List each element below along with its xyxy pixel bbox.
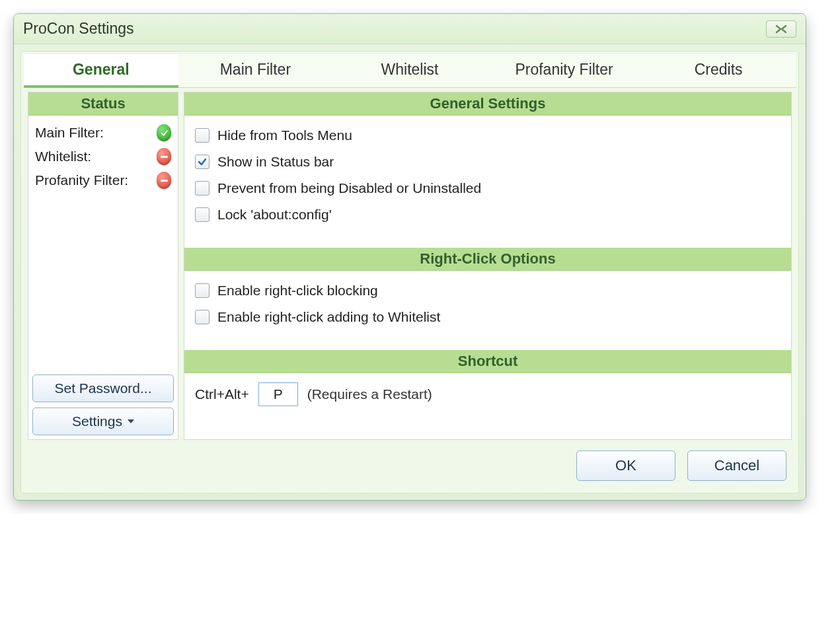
- option-hide-tools-menu: Hide from Tools Menu: [195, 122, 781, 149]
- status-ok-icon: [157, 124, 171, 141]
- tab-bar: General Main Filter Whitelist Profanity …: [24, 54, 796, 88]
- section-general: General Settings Hide from Tools Menu Sh…: [184, 92, 791, 248]
- checkbox[interactable]: [195, 283, 210, 298]
- set-password-button[interactable]: Set Password...: [32, 375, 174, 402]
- sidebar-buttons: Set Password... Settings: [28, 371, 178, 439]
- tab-main-filter[interactable]: Main Filter: [178, 54, 333, 88]
- option-label: Prevent from being Disabled or Uninstall…: [217, 180, 481, 196]
- checkbox[interactable]: [195, 207, 210, 222]
- tab-whitelist[interactable]: Whitelist: [332, 54, 487, 88]
- shortcut-key-input[interactable]: [258, 382, 298, 406]
- section-rightclick: Right-Click Options Enable right-click b…: [184, 248, 791, 350]
- settings-dropdown-button[interactable]: Settings: [32, 408, 174, 435]
- status-row-main-filter: Main Filter:: [34, 121, 172, 145]
- content-body: Status Main Filter: Whitelist: Profanity…: [24, 88, 796, 440]
- status-header: Status: [28, 92, 178, 116]
- status-label: Profanity Filter:: [35, 172, 128, 188]
- checkbox[interactable]: [195, 155, 210, 169]
- inner-panel: General Main Filter Whitelist Profanity …: [20, 51, 799, 493]
- status-list: Main Filter: Whitelist: Profanity Filter…: [28, 116, 178, 197]
- checkbox[interactable]: [195, 128, 210, 143]
- section-header: Right-Click Options: [184, 248, 791, 271]
- tab-general[interactable]: General: [24, 54, 178, 88]
- sidebar: Status Main Filter: Whitelist: Profanity…: [28, 92, 178, 440]
- tab-profanity-filter[interactable]: Profanity Filter: [487, 54, 642, 88]
- option-label: Show in Status bar: [217, 154, 334, 170]
- checkbox[interactable]: [195, 310, 210, 324]
- option-rc-blocking: Enable right-click blocking: [195, 277, 781, 304]
- status-row-profanity-filter: Profanity Filter:: [34, 168, 172, 192]
- shortcut-prefix: Ctrl+Alt+: [195, 386, 249, 402]
- button-label: Cancel: [714, 457, 759, 474]
- option-label: Hide from Tools Menu: [217, 127, 352, 143]
- titlebar: ProCon Settings: [14, 14, 806, 44]
- status-label: Whitelist:: [35, 149, 91, 164]
- tab-credits[interactable]: Credits: [641, 54, 796, 88]
- option-label: Enable right-click blocking: [217, 283, 378, 299]
- dialog-footer: OK Cancel: [24, 440, 796, 486]
- chevron-down-icon: [128, 419, 134, 423]
- section-body: Hide from Tools Menu Show in Status bar …: [184, 116, 791, 248]
- option-prevent-disable: Prevent from being Disabled or Uninstall…: [195, 175, 781, 201]
- button-label: Settings: [72, 413, 122, 429]
- status-row-whitelist: Whitelist:: [34, 145, 172, 168]
- main-panel: General Settings Hide from Tools Menu Sh…: [184, 92, 792, 440]
- shortcut-hint: (Requires a Restart): [307, 386, 432, 402]
- cancel-button[interactable]: Cancel: [687, 450, 786, 481]
- checkbox[interactable]: [195, 181, 210, 196]
- section-body: Enable right-click blocking Enable right…: [184, 271, 791, 350]
- option-rc-whitelist: Enable right-click adding to Whitelist: [195, 304, 781, 330]
- button-label: Set Password...: [54, 380, 151, 396]
- settings-window: ProCon Settings General Main Filter Whit…: [13, 13, 806, 501]
- option-show-statusbar: Show in Status bar: [195, 149, 781, 175]
- option-label: Lock 'about:config': [217, 207, 332, 223]
- status-off-icon: [157, 148, 171, 165]
- close-icon: [775, 24, 788, 34]
- section-shortcut: Shortcut Ctrl+Alt+ (Requires a Restart): [184, 350, 791, 439]
- shortcut-row: Ctrl+Alt+ (Requires a Restart): [184, 373, 791, 439]
- ok-button[interactable]: OK: [576, 450, 675, 481]
- section-header: Shortcut: [184, 350, 791, 373]
- sidebar-spacer: [28, 197, 178, 371]
- option-label: Enable right-click adding to Whitelist: [217, 309, 440, 325]
- window-title: ProCon Settings: [23, 20, 134, 38]
- option-lock-aboutconfig: Lock 'about:config': [195, 201, 781, 228]
- button-label: OK: [615, 457, 636, 474]
- close-button[interactable]: [766, 20, 796, 38]
- section-header: General Settings: [184, 92, 791, 116]
- status-label: Main Filter:: [35, 125, 104, 141]
- status-off-icon: [157, 172, 171, 189]
